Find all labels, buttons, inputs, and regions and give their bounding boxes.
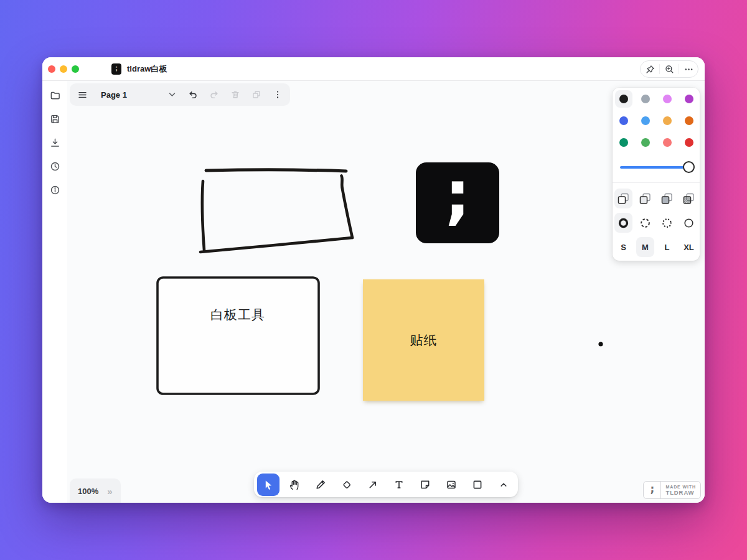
zoom-level[interactable]: 100% [78,487,98,496]
page-name: Page 1 [101,90,127,100]
download-icon[interactable] [47,135,62,150]
size-row: S M L XL [613,238,700,256]
info-icon[interactable] [47,182,62,197]
badge-line2: TLDRAW [665,489,696,496]
opacity-slider-handle[interactable] [683,161,695,173]
sticky-note-label: 贴纸 [410,332,438,349]
undo-button[interactable] [184,86,202,103]
tool-select[interactable] [257,474,280,496]
color-swatch-blue[interactable] [613,110,634,131]
pencil-icon [314,478,327,491]
titlebar-controls [640,60,698,78]
tldraw-logo-icon: ; [111,63,121,75]
fill-semi-icon [639,193,651,205]
app-window: ; tldraw白板 [42,57,705,503]
pin-icon[interactable] [641,61,659,77]
history-icon[interactable] [47,159,62,174]
color-swatch-red[interactable] [678,131,700,153]
image-icon [445,478,458,491]
color-palette [613,88,700,153]
titlebar: ; tldraw白板 [42,57,705,81]
traffic-lights [48,65,79,73]
page-toolbar: Page 1 [70,83,290,106]
color-swatch-light-green[interactable] [634,131,656,153]
folder-icon[interactable] [47,88,62,103]
labeled-rectangle-shape [157,278,319,394]
left-sidebar [42,81,67,503]
whiteboard-canvas[interactable]: Page 1 [67,81,705,503]
eraser-icon [341,478,353,491]
fill-none-button[interactable] [613,189,634,208]
color-swatch-light-violet[interactable] [656,88,678,110]
page-menu-button[interactable]: Page 1 [96,86,179,103]
main-menu-icon[interactable] [73,86,91,103]
hand-drawn-rectangle [200,170,352,252]
opacity-slider[interactable] [620,161,692,174]
fill-none-icon [618,193,629,205]
duplicate-button[interactable] [248,86,265,103]
chevron-down-icon [169,92,176,97]
dash-dashed-icon [639,217,651,229]
fill-style-row [613,189,700,208]
tool-draw[interactable] [308,474,333,495]
style-panel: S M L XL [613,88,700,261]
zoom-in-icon[interactable] [660,61,679,77]
tool-text[interactable] [387,474,411,495]
dash-solid-icon [683,217,695,229]
tools-toolbar [254,472,518,497]
dash-solid-button[interactable] [678,213,700,232]
hand-icon [288,478,301,491]
color-swatch-violet[interactable] [678,88,700,110]
note-icon [419,478,431,491]
zoom-control: 100% » [70,478,121,503]
save-icon[interactable] [47,111,62,126]
expand-zoom-menu-icon[interactable]: » [107,487,112,496]
tool-asset[interactable] [439,474,464,495]
sticky-note[interactable]: 贴纸 [363,279,484,401]
tool-more[interactable] [491,474,516,495]
fill-solid-button[interactable] [656,189,678,208]
delete-button[interactable] [227,86,244,103]
color-swatch-green[interactable] [613,131,634,153]
more-options-icon[interactable] [679,61,698,77]
dash-dashed-button[interactable] [634,213,656,232]
color-swatch-light-red[interactable] [656,131,678,153]
color-swatch-light-blue[interactable] [634,110,656,131]
tool-eraser[interactable] [334,474,359,495]
kebab-menu-icon[interactable] [269,86,286,103]
color-swatch-orange[interactable] [678,110,700,131]
semicolon-glyph: ; [444,162,471,226]
drawn-dot [598,342,603,346]
window-title-group: ; tldraw白板 [111,63,167,75]
zoom-window-button[interactable] [72,65,79,73]
color-swatch-black[interactable] [613,88,634,110]
fill-pattern-button[interactable] [678,189,700,208]
dash-dotted-button[interactable] [656,213,678,232]
fill-semi-button[interactable] [634,189,656,208]
fill-pattern-icon [683,193,695,205]
rectangle-label[interactable]: 白板工具 [156,306,319,324]
dash-dotted-icon [661,217,673,229]
minimize-window-button[interactable] [60,65,67,73]
tool-rectangle[interactable] [465,474,490,495]
arrow-icon [367,478,379,491]
tool-note[interactable] [413,474,438,495]
size-l-button[interactable]: L [656,238,678,256]
size-m-button[interactable]: M [634,238,656,256]
tldraw-logo-shape[interactable]: ; [416,162,499,243]
dash-style-row [613,213,700,232]
panel-divider [613,182,700,183]
color-swatch-grey[interactable] [634,88,656,110]
tool-hand[interactable] [282,474,307,495]
redo-button[interactable] [205,86,223,103]
tool-arrow[interactable] [360,474,385,495]
size-s-button[interactable]: S [613,238,634,256]
text-icon [393,478,405,491]
size-xl-button[interactable]: XL [678,238,700,256]
close-window-button[interactable] [48,65,55,73]
cursor-icon [262,478,275,491]
dash-draw-button[interactable] [613,213,634,232]
window-title: tldraw白板 [127,63,167,75]
color-swatch-yellow[interactable] [656,110,678,131]
made-with-tldraw-badge[interactable]: ; MADE WITH TLDRAW [643,481,701,499]
